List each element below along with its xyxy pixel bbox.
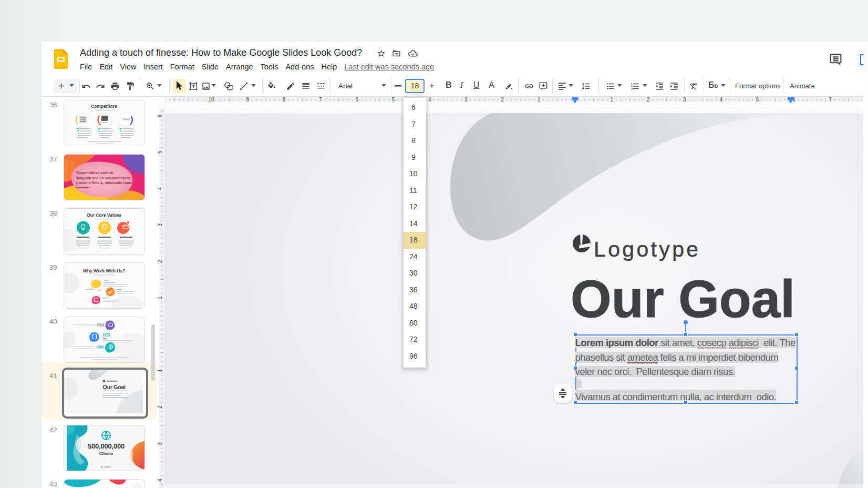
svg-text:4: 4 xyxy=(428,97,431,103)
svg-text:2008: 2008 xyxy=(97,323,105,327)
svg-text:Suspendisse potenti.: Suspendisse potenti. xyxy=(76,170,114,175)
svg-text:4: 4 xyxy=(157,187,163,190)
svg-text:2: 2 xyxy=(157,260,163,263)
svg-text:Our Core Values: Our Core Values xyxy=(87,212,121,218)
svg-text:3: 3 xyxy=(683,97,686,103)
svg-text:1: 1 xyxy=(611,97,614,103)
svg-text:3: 3 xyxy=(464,97,468,103)
svg-text:9: 9 xyxy=(246,97,250,103)
svg-text:10: 10 xyxy=(208,97,214,103)
svg-text:5: 5 xyxy=(756,97,759,103)
svg-text:3: 3 xyxy=(157,223,163,227)
svg-text:500,000,000: 500,000,000 xyxy=(88,442,125,450)
svg-text:0362: 0362 xyxy=(97,345,105,349)
svg-text:2: 2 xyxy=(501,97,504,103)
svg-text:2: 2 xyxy=(157,405,163,409)
svg-text:Trust: Trust xyxy=(97,289,102,291)
svg-text:7: 7 xyxy=(319,97,322,103)
svg-text:Aliquam sed ex condimentum,: Aliquam sed ex condimentum, xyxy=(76,176,131,180)
svg-text:7: 7 xyxy=(829,97,832,103)
svg-text:2: 2 xyxy=(647,97,650,103)
svg-text:6: 6 xyxy=(355,97,358,103)
svg-text:3: 3 xyxy=(157,442,163,445)
svg-text:posuere felis a, venenatis nun: posuere felis a, venenatis nunc. xyxy=(76,180,133,185)
svg-text:Our Goal: Our Goal xyxy=(103,384,126,390)
svg-text:6: 6 xyxy=(157,114,163,117)
svg-text:Competitors: Competitors xyxy=(91,104,117,109)
svg-text:Why Work With Us?: Why Work With Us? xyxy=(83,268,126,273)
svg-text:8: 8 xyxy=(283,97,286,103)
svg-text:1475: 1475 xyxy=(102,333,110,337)
svg-text:1: 1 xyxy=(538,97,541,103)
svg-text:5: 5 xyxy=(392,97,395,103)
svg-text:4: 4 xyxy=(157,479,163,482)
svg-text:Clients: Clients xyxy=(99,451,113,456)
svg-text:1: 1 xyxy=(157,369,163,372)
svg-text:5: 5 xyxy=(157,150,163,154)
svg-text:1: 1 xyxy=(157,296,163,299)
svg-text:4: 4 xyxy=(719,97,722,103)
